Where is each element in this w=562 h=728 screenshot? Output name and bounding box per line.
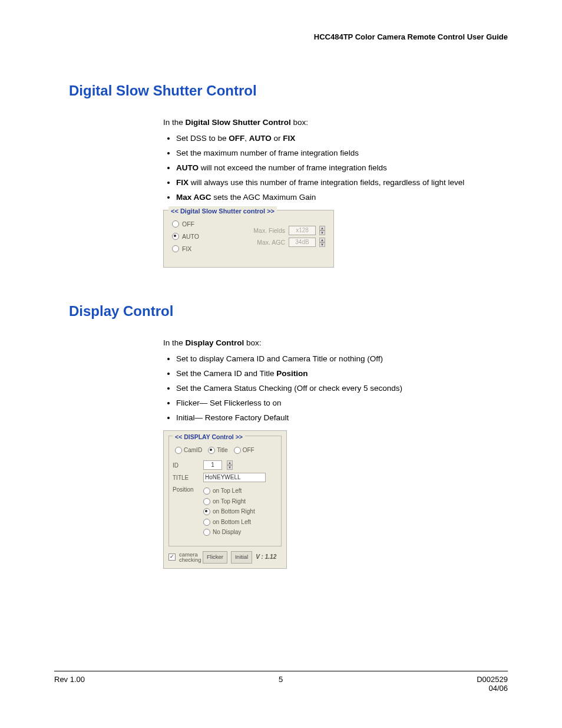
max-agc-spinner[interactable]: ▲ ▼ — [319, 238, 325, 247]
display-bullets: Set to display Camera ID and Camera Titl… — [163, 353, 508, 424]
pos-radio-nodisplay[interactable]: No Display — [203, 528, 255, 537]
disp-radio-title-label: Title — [217, 446, 228, 455]
version-label: V : 1.12 — [256, 552, 276, 562]
display-panel-legend: << DISPLAY Control >> — [173, 432, 245, 442]
max-fields-spinner[interactable]: ▲ ▼ — [319, 226, 325, 235]
chevron-down-icon: ▼ — [319, 242, 325, 247]
li: Set the maximum number of frame integrat… — [176, 147, 508, 160]
li: Flicker— Set Flickerless to on — [176, 397, 508, 410]
pos-label: No Display — [213, 528, 241, 537]
dss-radio-off-label: OFF — [182, 219, 194, 229]
t: FIX — [283, 134, 295, 143]
dss-panel: << Digital Slow Shutter control >> OFF A… — [163, 210, 334, 268]
disp-radio-title[interactable]: Title — [208, 446, 228, 455]
footer-pagenum: 5 — [279, 675, 283, 693]
li: Set the Camera Status Checking (Off or c… — [176, 383, 508, 395]
t: box: — [244, 338, 261, 347]
pos-radio-bottomright[interactable]: on Bottom Right — [203, 507, 255, 516]
max-fields-label: Max. Fields — [253, 226, 285, 235]
li: FIX will always use this number of frame… — [176, 177, 508, 189]
pos-label: on Top Left — [213, 486, 242, 496]
camera-checking-checkbox[interactable]: ✓ — [168, 554, 176, 561]
t: or — [272, 134, 283, 143]
footer-rev: Rev 1.00 — [54, 675, 85, 693]
t: AUTO — [249, 134, 272, 143]
radio-icon — [203, 498, 210, 505]
dss-radio-auto-label: AUTO — [182, 232, 199, 241]
dss-radio-fix-label: FIX — [182, 244, 191, 253]
footer-date: 04/06 — [488, 684, 508, 693]
t: will not exceed the number of frame inte… — [199, 163, 387, 172]
id-label: ID — [173, 461, 199, 470]
chevron-down-icon: ▼ — [319, 230, 325, 235]
t: Set DSS to be — [176, 134, 229, 143]
display-panel: << DISPLAY Control >> CamID Title OFF — [163, 430, 287, 569]
radio-icon — [172, 233, 179, 240]
t: Display Control — [186, 338, 244, 347]
disp-radio-off[interactable]: OFF — [234, 446, 254, 455]
chevron-down-icon: ▼ — [227, 465, 233, 470]
radio-icon — [172, 220, 179, 228]
radio-icon — [203, 519, 210, 526]
t: AUTO — [176, 163, 199, 172]
t: Max AGC — [176, 193, 211, 202]
t: sets the AGC Maximum Gain — [211, 193, 316, 202]
id-spinner[interactable]: ▲ ▼ — [227, 460, 233, 470]
dss-bullets: Set DSS to be OFF, AUTO or FIX Set the m… — [163, 133, 508, 204]
chevron-up-icon: ▲ — [319, 226, 325, 230]
flicker-button[interactable]: Flicker — [203, 551, 227, 564]
t: box: — [291, 118, 308, 127]
t: Set the Camera ID and Title — [176, 369, 276, 378]
title-input[interactable]: HoNEYWELL — [203, 473, 266, 482]
t: In the — [163, 338, 186, 347]
t: Position — [276, 369, 308, 378]
radio-icon — [234, 447, 241, 454]
dss-panel-legend: << Digital Slow Shutter control >> — [168, 206, 277, 216]
t: Digital Slow Shutter Control — [186, 118, 291, 127]
id-input[interactable]: 1 — [203, 460, 222, 470]
radio-icon — [172, 245, 179, 252]
position-label: Position — [173, 485, 199, 495]
pos-radio-topright[interactable]: on Top Right — [203, 497, 255, 506]
radio-icon — [208, 447, 215, 454]
dss-content: In the Digital Slow Shutter Control box:… — [163, 117, 508, 268]
li: Set DSS to be OFF, AUTO or FIX — [176, 133, 508, 145]
li: Set to display Camera ID and Camera Titl… — [176, 353, 508, 365]
t: FIX — [176, 178, 189, 187]
pos-label: on Bottom Left — [213, 518, 251, 527]
radio-icon — [203, 487, 210, 495]
pos-label: on Top Right — [213, 497, 246, 506]
title-label: TITLE — [173, 473, 199, 483]
disp-radio-camid[interactable]: CamID — [175, 446, 202, 455]
radio-icon — [203, 508, 210, 515]
dss-radio-auto[interactable]: AUTO — [172, 232, 225, 241]
li: Set the Camera ID and Title Position — [176, 368, 508, 380]
t: will always use this number of frame int… — [189, 178, 464, 187]
display-content: In the Display Control box: Set to displ… — [163, 337, 508, 568]
camera-checking-label: camera checking — [179, 552, 199, 563]
initial-button[interactable]: Initial — [231, 551, 252, 564]
chevron-up-icon: ▲ — [319, 238, 325, 242]
max-agc-label: Max. AGC — [257, 238, 285, 247]
pos-radio-topleft[interactable]: on Top Left — [203, 486, 255, 496]
heading-dss: Digital Slow Shutter Control — [69, 83, 508, 99]
li: Max AGC sets the AGC Maximum Gain — [176, 192, 508, 204]
li: Initial— Restore Factory Default — [176, 412, 508, 424]
t: , — [244, 134, 249, 143]
page-footer: Rev 1.00 5 D002529 04/06 — [54, 671, 508, 693]
footer-docnum: D002529 — [477, 675, 508, 684]
pos-radio-bottomleft[interactable]: on Bottom Left — [203, 518, 255, 527]
li: AUTO will not exceed the number of frame… — [176, 162, 508, 174]
dss-radio-off[interactable]: OFF — [172, 219, 225, 229]
t: OFF — [229, 134, 244, 143]
page-header: HCC484TP Color Camera Remote Control Use… — [69, 32, 508, 41]
dss-radio-fix[interactable]: FIX — [172, 244, 225, 253]
chevron-up-icon: ▲ — [227, 460, 233, 465]
max-fields-input[interactable]: x128 — [289, 226, 316, 235]
pos-label: on Bottom Right — [213, 507, 255, 516]
display-intro: In the Display Control box: — [163, 337, 508, 350]
heading-display: Display Control — [69, 303, 508, 319]
disp-radio-camid-label: CamID — [184, 446, 202, 455]
max-agc-input[interactable]: 34dB — [289, 238, 316, 247]
disp-radio-off-label: OFF — [243, 446, 254, 455]
